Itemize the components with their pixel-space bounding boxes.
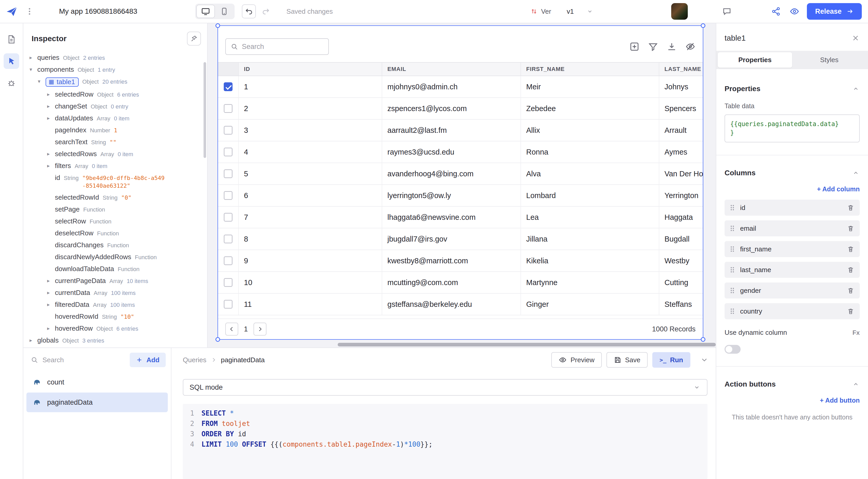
resize-handle[interactable] xyxy=(701,23,705,28)
table-row[interactable]: 10 mcutting9@com.com Martynne Cutting xyxy=(218,272,703,294)
delete-column-icon[interactable] xyxy=(847,245,855,253)
hide-columns-icon[interactable] xyxy=(685,41,695,52)
tree-row[interactable]: ▦searchText String "" xyxy=(23,136,207,148)
next-page-button[interactable] xyxy=(253,323,267,336)
drag-handle-icon[interactable] xyxy=(730,266,735,274)
tree-key[interactable]: ▦id xyxy=(55,174,60,182)
tree-chevron-icon[interactable]: ▸ xyxy=(30,54,37,61)
version-selector[interactable]: Ver v1 xyxy=(530,7,593,15)
tree-key[interactable]: ▦currentData xyxy=(55,289,90,296)
drag-handle-icon[interactable] xyxy=(730,225,735,232)
tree-row[interactable]: ▸ ▦filters Array 0 item xyxy=(23,160,207,172)
cell-first-name[interactable]: Martynne xyxy=(521,272,659,293)
row-checkbox[interactable] xyxy=(224,104,232,113)
collapse-panel-icon[interactable] xyxy=(700,356,709,364)
cell-first-name[interactable]: Meir xyxy=(521,76,659,97)
sql-code-editor[interactable]: 1 SELECT * 2 FROM tooljet 3 ORDER BY id … xyxy=(183,404,708,479)
fx-button[interactable]: Fx xyxy=(852,329,860,336)
columns-section-header[interactable]: Columns xyxy=(724,169,860,177)
query-search-input[interactable] xyxy=(42,356,126,364)
cell-last-name[interactable]: Yerrington xyxy=(659,185,703,206)
dynamic-column-toggle[interactable] xyxy=(724,345,741,354)
tree-chevron-icon[interactable]: ▸ xyxy=(47,102,55,110)
cell-last-name[interactable]: Van Der Hoog xyxy=(659,163,703,184)
delete-column-icon[interactable] xyxy=(847,224,855,232)
tree-chevron-icon[interactable]: ▸ xyxy=(47,289,55,296)
table-row[interactable]: 3 aarrault2@last.fm Allix Arrault xyxy=(218,120,703,141)
tree-key[interactable]: ▦filteredData xyxy=(55,300,89,308)
cell-id[interactable]: 3 xyxy=(239,120,382,141)
cell-email[interactable]: jbugdall7@irs.gov xyxy=(382,228,521,250)
tree-row[interactable]: ▸ ▦globals Object 3 entries xyxy=(23,334,207,346)
table-row[interactable]: 11 gsteffansa@berkeley.edu Ginger Steffa… xyxy=(218,294,703,315)
cell-id[interactable]: 11 xyxy=(239,294,382,315)
tree-key[interactable]: ▦selectRow xyxy=(55,217,86,225)
cell-email[interactable]: avanderhoog4@bing.com xyxy=(382,163,521,184)
breadcrumb-root[interactable]: Queries xyxy=(183,356,206,364)
cell-id[interactable]: 8 xyxy=(239,228,382,250)
cell-first-name[interactable]: Allix xyxy=(521,120,659,141)
cell-last-name[interactable]: Johnys xyxy=(659,76,703,97)
cell-email[interactable]: raymes3@ucsd.edu xyxy=(382,141,521,163)
cell-id[interactable]: 1 xyxy=(239,76,382,97)
add-action-button[interactable]: + Add button xyxy=(724,397,860,404)
tree-key[interactable]: ▦queries xyxy=(37,54,59,61)
table-row[interactable]: 8 jbugdall7@irs.gov Jillana Bugdall xyxy=(218,228,703,250)
cell-last-name[interactable]: Steffans xyxy=(659,294,703,315)
drag-handle-icon[interactable] xyxy=(730,308,735,315)
column-item[interactable]: first_name xyxy=(724,241,860,257)
breadcrumb-current[interactable]: paginatedData xyxy=(221,356,265,364)
tree-chevron-icon[interactable]: ▾ xyxy=(38,77,45,85)
cell-last-name[interactable]: Bugdall xyxy=(659,228,703,250)
share-icon[interactable] xyxy=(771,6,781,16)
tree-row[interactable]: ▦downloadTableData Function xyxy=(23,263,207,275)
table-search-input[interactable] xyxy=(242,43,324,51)
cell-id[interactable]: 5 xyxy=(239,163,382,184)
row-checkbox[interactable] xyxy=(224,213,232,222)
row-checkbox[interactable] xyxy=(224,256,232,265)
tree-row[interactable]: ▦deselectRow Function xyxy=(23,227,207,239)
table-row[interactable]: 9 kwestby8@marriott.com Kikelia Westby xyxy=(218,250,703,272)
cell-first-name[interactable]: Jillana xyxy=(521,228,659,250)
desktop-toggle[interactable] xyxy=(196,5,215,18)
column-item[interactable]: id xyxy=(724,200,860,216)
inspector-scrollbar[interactable] xyxy=(204,62,206,158)
sql-mode-select[interactable]: SQL mode xyxy=(183,379,708,395)
cell-email[interactable]: aarrault2@last.fm xyxy=(382,120,521,141)
cell-email[interactable]: lyerrington5@ow.ly xyxy=(382,185,521,206)
add-row-icon[interactable] xyxy=(629,41,640,52)
tree-row[interactable]: ▸ ▦selectedRows Array 0 item xyxy=(23,148,207,160)
tree-chevron-icon[interactable]: ▸ xyxy=(47,324,55,332)
drag-handle-icon[interactable] xyxy=(730,287,735,294)
cell-last-name[interactable]: Aymes xyxy=(659,141,703,163)
delete-column-icon[interactable] xyxy=(847,307,855,315)
app-title[interactable]: My app 1690881866483 xyxy=(59,7,137,15)
cell-first-name[interactable]: Alva xyxy=(521,163,659,184)
cell-id[interactable]: 10 xyxy=(239,272,382,293)
column-header-first-name[interactable]: FIRST_NAME xyxy=(521,63,659,75)
row-checkbox[interactable] xyxy=(224,148,232,156)
cell-first-name[interactable]: Lea xyxy=(521,206,659,228)
tree-row[interactable]: ▸ ▦filteredData Array 100 items xyxy=(23,299,207,311)
tree-chevron-icon[interactable]: ▸ xyxy=(47,277,55,285)
row-checkbox[interactable] xyxy=(224,191,232,200)
table-row[interactable]: 7 lhaggata6@newsvine.com Lea Haggata xyxy=(218,206,703,228)
cell-last-name[interactable]: Haggata xyxy=(659,206,703,228)
tree-key[interactable]: ▦globals xyxy=(37,336,59,344)
tree-row[interactable]: ▦selectRow Function xyxy=(23,216,207,227)
query-list-item[interactable]: count xyxy=(26,372,168,392)
table-row[interactable]: 4 raymes3@ucsd.edu Ronna Aymes xyxy=(218,141,703,163)
tree-key[interactable]: ▦table1 xyxy=(45,77,79,87)
row-checkbox[interactable] xyxy=(224,278,232,287)
tree-key[interactable]: ▦searchText xyxy=(55,138,88,146)
panel-tab[interactable]: Properties xyxy=(718,52,792,68)
query-list-item[interactable]: paginatedData xyxy=(26,392,168,412)
tree-key[interactable]: ▦dataUpdates xyxy=(55,114,93,122)
tree-chevron-icon[interactable]: ▸ xyxy=(30,336,37,344)
cell-email[interactable]: zspencers1@lycos.com xyxy=(382,98,521,119)
cell-email[interactable]: gsteffansa@berkeley.edu xyxy=(382,294,521,315)
tree-chevron-icon[interactable]: ▸ xyxy=(47,90,55,98)
preview-eye-icon[interactable] xyxy=(789,6,800,17)
cell-email[interactable]: kwestby8@marriott.com xyxy=(382,250,521,272)
app-canvas[interactable]: ID EMAIL FIRST_NAME LAST_NAME 1 mjohnys0… xyxy=(208,23,716,348)
